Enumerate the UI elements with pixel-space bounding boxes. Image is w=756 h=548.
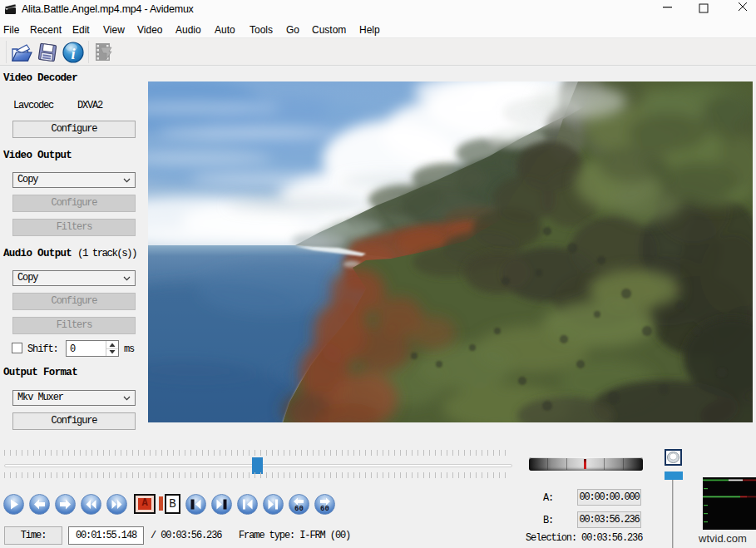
svg-text:60: 60 [294,505,304,513]
svg-text:i: i [71,46,75,62]
svg-text:60: 60 [320,505,329,513]
